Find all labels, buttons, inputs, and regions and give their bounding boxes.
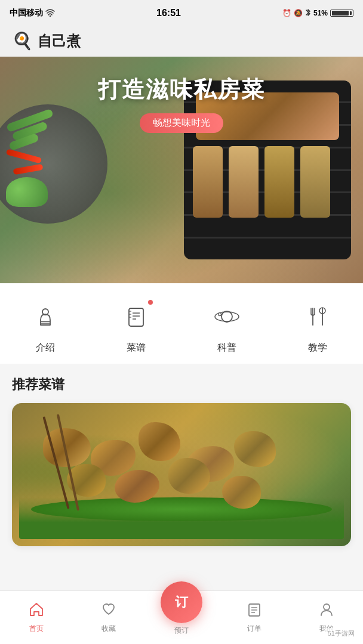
nav-favorites[interactable]: 收藏 xyxy=(73,602,146,634)
svg-point-0 xyxy=(50,15,51,16)
order-button[interactable]: 订 xyxy=(161,581,202,623)
category-recipes-label: 菜谱 xyxy=(127,342,146,354)
category-tutorial[interactable]: 教学 xyxy=(272,298,363,354)
nav-home-label: 首页 xyxy=(29,624,44,634)
hero-banner: 打造滋味私房菜 畅想美味时光 xyxy=(0,57,363,283)
recipe-image xyxy=(12,403,351,546)
watermark-text: 51手游网 xyxy=(328,630,355,637)
category-section: 介绍 菜谱 xyxy=(0,283,363,364)
category-recipes[interactable]: 菜谱 xyxy=(91,298,182,354)
nav-orders-label: 订单 xyxy=(247,624,262,634)
hero-subtitle: 畅想美味时光 xyxy=(140,113,223,133)
recommended-section: 推荐菜谱 xyxy=(0,364,363,553)
hero-text-container: 打造滋味私房菜 畅想美味时光 xyxy=(0,75,363,133)
status-bar: 中国移动 16:51 ⏰ 🔕 51% xyxy=(0,0,363,26)
planet-icon xyxy=(208,298,246,336)
hero-main-title: 打造滋味私房菜 xyxy=(0,75,363,105)
app-logo-icon: 🍳 xyxy=(12,31,33,51)
app-header: 🍳 自己煮 xyxy=(0,26,363,57)
app-title: 自己煮 xyxy=(38,32,81,51)
bottom-nav: 首页 收藏 订 预订 订单 xyxy=(0,590,363,644)
alarm-icon: ⏰ xyxy=(282,9,291,17)
nav-home[interactable]: 首页 xyxy=(0,602,73,634)
category-science[interactable]: 科普 xyxy=(182,298,272,354)
grill-food-tofu-2 xyxy=(229,146,259,218)
nav-favorites-label: 收藏 xyxy=(101,624,116,634)
heart-icon xyxy=(101,602,116,621)
chef-icon xyxy=(26,298,64,336)
veggie-chili-2 xyxy=(13,164,44,175)
utensils-icon xyxy=(299,298,337,336)
status-time: 16:51 xyxy=(156,8,181,18)
svg-point-19 xyxy=(324,604,330,610)
category-intro-label: 介绍 xyxy=(36,342,55,354)
carrier-text: 中国移动 xyxy=(10,8,43,18)
battery-icon xyxy=(330,9,353,17)
category-tutorial-label: 教学 xyxy=(308,342,327,354)
bluetooth-icon xyxy=(305,8,311,18)
svg-point-9 xyxy=(222,311,232,322)
user-icon xyxy=(319,602,334,621)
recommended-title: 推荐菜谱 xyxy=(12,376,351,394)
status-left: 中国移动 xyxy=(10,8,55,18)
order-button-text: 订 xyxy=(175,593,188,611)
nav-orders[interactable]: 订单 xyxy=(218,602,291,634)
recipe-card[interactable] xyxy=(12,403,351,546)
nav-order-center[interactable]: 订 预订 xyxy=(145,599,218,636)
status-right: ⏰ 🔕 51% xyxy=(282,8,353,18)
mute-icon: 🔕 xyxy=(294,9,303,17)
watermark: 51手游网 xyxy=(324,628,358,639)
svg-point-11 xyxy=(219,313,222,316)
grill-food-tofu-3 xyxy=(264,146,294,218)
home-icon xyxy=(29,602,44,621)
wifi-icon xyxy=(45,8,55,18)
list-icon xyxy=(247,602,262,621)
veggie-broccoli xyxy=(6,177,48,207)
grill-food-tofu-1 xyxy=(193,146,223,218)
category-science-label: 科普 xyxy=(217,342,236,354)
battery-text: 51% xyxy=(313,9,328,17)
nav-order-label: 预订 xyxy=(174,626,189,636)
recipe-icon xyxy=(117,298,155,336)
category-intro[interactable]: 介绍 xyxy=(0,298,91,354)
grill-food-tofu-4 xyxy=(300,146,330,218)
veggie-chili-1 xyxy=(6,148,42,163)
